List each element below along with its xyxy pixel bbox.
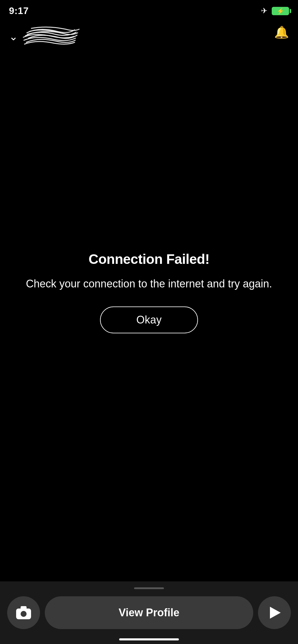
view-profile-button[interactable]: View Profile [45, 596, 253, 629]
send-icon [270, 607, 281, 619]
battery-bolt: ⚡ [277, 7, 284, 15]
home-indicator [119, 638, 179, 640]
bottom-bar-actions: View Profile [7, 596, 291, 629]
camera-button[interactable] [7, 596, 40, 629]
send-button[interactable] [258, 596, 291, 629]
status-bar: 9:17 ✈ ⚡ [0, 0, 298, 19]
bottom-bar-handle [134, 587, 164, 589]
view-profile-label: View Profile [119, 606, 179, 619]
error-title: Connection Failed! [89, 251, 210, 267]
bottom-bar: View Profile [0, 581, 298, 644]
battery-icon: ⚡ [272, 7, 289, 15]
status-time: 9:17 [9, 5, 29, 16]
status-icons: ✈ ⚡ [261, 6, 289, 16]
camera-icon [16, 606, 31, 619]
okay-button[interactable]: Okay [100, 306, 198, 333]
airplane-icon: ✈ [261, 6, 268, 16]
main-content: Connection Failed! Check your connection… [0, 0, 298, 584]
error-message: Check your connection to the internet an… [26, 276, 272, 292]
